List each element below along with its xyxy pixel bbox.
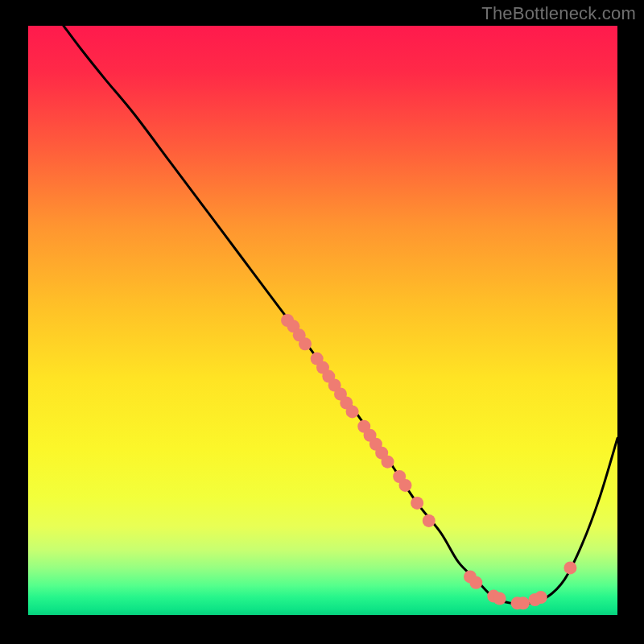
data-marker (517, 597, 530, 609)
data-marker (382, 456, 394, 469)
watermark-text: TheBottleneck.com (481, 3, 636, 24)
data-marker (469, 576, 482, 589)
data-marker (346, 405, 359, 418)
marker-group (281, 314, 576, 609)
data-marker (411, 497, 423, 510)
plot-area (28, 26, 617, 615)
data-marker (398, 479, 411, 492)
data-marker (493, 592, 506, 605)
data-marker (535, 591, 547, 604)
data-marker (299, 337, 312, 350)
data-marker (423, 514, 436, 527)
chart-frame: TheBottleneck.com (0, 0, 644, 644)
bottleneck-curve-line (64, 26, 617, 604)
chart-svg (28, 26, 617, 615)
data-marker (564, 561, 576, 574)
